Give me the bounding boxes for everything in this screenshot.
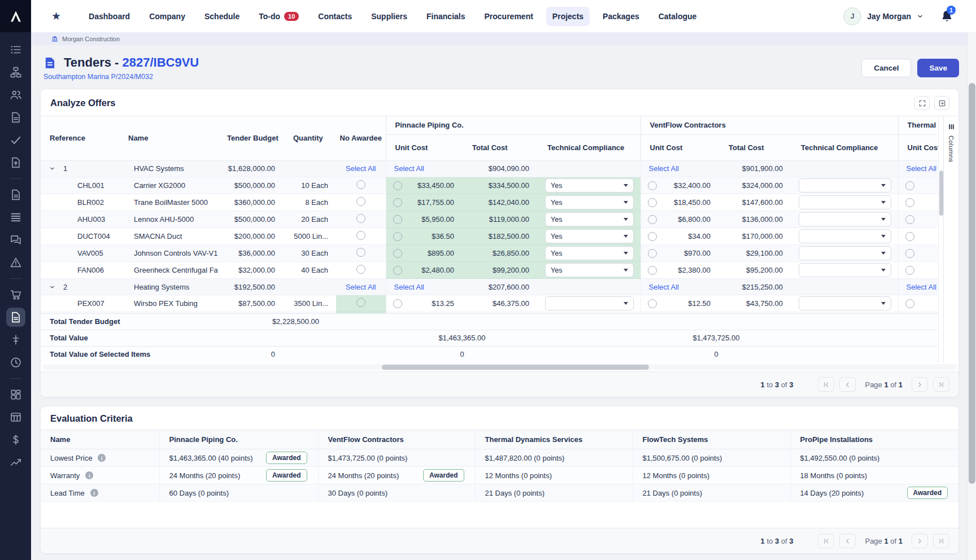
nav-item-projects[interactable]: Projects bbox=[546, 7, 590, 26]
nav-item-schedule[interactable]: Schedule bbox=[198, 7, 246, 26]
nav-item-suppliers[interactable]: Suppliers bbox=[365, 7, 413, 26]
no-awardee-radio[interactable] bbox=[356, 197, 365, 206]
sidebar-item-clock[interactable] bbox=[6, 353, 25, 372]
notifications-button[interactable]: 1 bbox=[940, 10, 953, 23]
prev-page-button[interactable] bbox=[839, 533, 856, 548]
technical-compliance-select[interactable] bbox=[545, 296, 634, 310]
sidebar-item-warning[interactable] bbox=[6, 253, 25, 272]
no-awardee-radio[interactable] bbox=[356, 214, 365, 223]
select-all-link[interactable]: Select All bbox=[907, 164, 936, 173]
columns-panel-tab[interactable]: Columns bbox=[943, 116, 958, 362]
offer-select-radio[interactable] bbox=[905, 232, 914, 241]
last-page-button[interactable] bbox=[933, 533, 949, 548]
technical-compliance-select[interactable] bbox=[799, 195, 891, 209]
nav-item-to-do[interactable]: To-do10 bbox=[252, 7, 305, 26]
favorites-star-icon[interactable]: ★ bbox=[51, 10, 61, 23]
sidebar-item-table[interactable] bbox=[6, 408, 25, 427]
no-awardee-radio[interactable] bbox=[356, 298, 365, 307]
technical-compliance-select[interactable] bbox=[799, 263, 891, 277]
user-menu[interactable]: J Jay Morgan bbox=[843, 7, 923, 25]
collapse-chevron-icon[interactable] bbox=[49, 165, 55, 172]
select-all-link[interactable]: Select All bbox=[649, 283, 679, 291]
window-scrollbar[interactable] bbox=[967, 32, 976, 560]
next-page-button[interactable] bbox=[912, 377, 928, 392]
nav-item-financials[interactable]: Financials bbox=[420, 7, 471, 26]
no-awardee-radio[interactable] bbox=[356, 248, 365, 257]
offer-select-radio[interactable] bbox=[905, 266, 914, 275]
technical-compliance-select[interactable]: Yes bbox=[545, 178, 634, 193]
expand-icon[interactable] bbox=[914, 96, 930, 110]
technical-compliance-select[interactable] bbox=[799, 246, 891, 260]
technical-compliance-select[interactable]: Yes bbox=[545, 246, 634, 260]
grid-vertical-scrollbar[interactable] bbox=[938, 116, 943, 362]
nav-item-procurement[interactable]: Procurement bbox=[478, 7, 539, 26]
info-icon[interactable]: i bbox=[98, 454, 106, 462]
technical-compliance-select[interactable]: Yes bbox=[545, 195, 634, 209]
offer-select-radio[interactable] bbox=[393, 181, 402, 190]
sidebar-item-dollar[interactable] bbox=[6, 430, 25, 449]
select-all-link[interactable]: Select All bbox=[346, 283, 376, 291]
select-all-link[interactable]: Select All bbox=[649, 164, 679, 173]
project-link[interactable]: Southampton Marina P/2024/M032 bbox=[43, 73, 199, 81]
nav-item-company[interactable]: Company bbox=[143, 7, 191, 26]
no-awardee-radio[interactable] bbox=[356, 180, 365, 189]
nav-item-contacts[interactable]: Contacts bbox=[312, 7, 358, 26]
sidebar-item-sitemap[interactable] bbox=[6, 63, 25, 82]
select-all-link[interactable]: Select All bbox=[394, 283, 424, 291]
offer-select-radio[interactable] bbox=[648, 215, 657, 224]
technical-compliance-select[interactable]: Yes bbox=[545, 263, 634, 277]
technical-compliance-select[interactable] bbox=[799, 178, 891, 193]
select-all-link[interactable]: Select All bbox=[907, 283, 936, 291]
technical-compliance-select[interactable]: Yes bbox=[545, 229, 634, 243]
offer-select-radio[interactable] bbox=[393, 215, 402, 224]
cancel-button[interactable]: Cancel bbox=[861, 59, 911, 77]
nav-item-packages[interactable]: Packages bbox=[596, 7, 646, 26]
sidebar-item-grid[interactable] bbox=[6, 385, 25, 404]
sidebar-item-chat[interactable] bbox=[6, 230, 25, 250]
sidebar-item-cart[interactable] bbox=[6, 285, 25, 304]
info-icon[interactable]: i bbox=[90, 489, 98, 497]
no-awardee-radio[interactable] bbox=[356, 231, 365, 240]
sidebar-item-list[interactable] bbox=[6, 40, 25, 59]
select-all-link[interactable]: Select All bbox=[394, 164, 424, 173]
info-icon[interactable]: i bbox=[85, 471, 93, 479]
technical-compliance-select[interactable] bbox=[799, 212, 891, 226]
sidebar-item-users[interactable] bbox=[6, 85, 25, 104]
last-page-button[interactable] bbox=[933, 377, 949, 392]
grid-horizontal-scrollbar[interactable] bbox=[42, 364, 957, 370]
breadcrumb[interactable]: Morgan Construction bbox=[31, 32, 976, 45]
offer-select-radio[interactable] bbox=[648, 299, 657, 308]
offer-select-radio[interactable] bbox=[648, 181, 657, 190]
open-panel-icon[interactable] bbox=[934, 96, 949, 110]
sidebar-item-adjustments[interactable] bbox=[6, 330, 25, 349]
first-page-button[interactable] bbox=[818, 533, 834, 548]
technical-compliance-select[interactable] bbox=[799, 296, 891, 310]
save-button[interactable]: Save bbox=[917, 59, 959, 77]
offer-select-radio[interactable] bbox=[905, 198, 914, 207]
nav-item-catalogue[interactable]: Catalogue bbox=[652, 7, 703, 26]
next-page-button[interactable] bbox=[912, 533, 928, 548]
nav-item-dashboard[interactable]: Dashboard bbox=[82, 7, 136, 26]
offer-select-radio[interactable] bbox=[393, 198, 402, 207]
offer-select-radio[interactable] bbox=[648, 198, 657, 207]
no-awardee-radio[interactable] bbox=[356, 265, 365, 274]
collapse-chevron-icon[interactable] bbox=[49, 284, 55, 290]
sidebar-item-tender-document[interactable] bbox=[6, 308, 25, 327]
offer-select-radio[interactable] bbox=[393, 266, 402, 275]
offer-select-radio[interactable] bbox=[648, 266, 657, 275]
offer-select-radio[interactable] bbox=[905, 299, 914, 308]
sidebar-item-check[interactable] bbox=[6, 130, 25, 150]
offer-select-radio[interactable] bbox=[905, 215, 914, 224]
technical-compliance-select[interactable] bbox=[799, 229, 891, 243]
offer-select-radio[interactable] bbox=[905, 181, 914, 190]
sidebar-item-document[interactable] bbox=[6, 108, 25, 127]
technical-compliance-select[interactable]: Yes bbox=[545, 212, 634, 226]
first-page-button[interactable] bbox=[818, 377, 834, 392]
prev-page-button[interactable] bbox=[839, 377, 856, 392]
sidebar-item-file-upload[interactable] bbox=[6, 153, 25, 172]
offer-select-radio[interactable] bbox=[648, 232, 657, 241]
select-all-link[interactable]: Select All bbox=[346, 164, 376, 173]
offer-select-radio[interactable] bbox=[905, 249, 914, 258]
sidebar-item-trend[interactable] bbox=[6, 453, 25, 472]
offer-select-radio[interactable] bbox=[393, 299, 402, 308]
